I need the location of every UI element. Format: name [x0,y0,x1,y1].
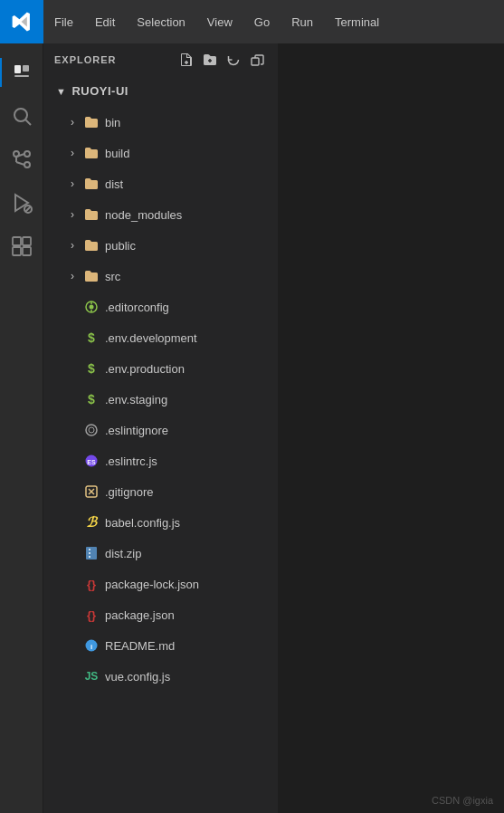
svg-line-9 [16,162,24,165]
pkg-icon: {} [83,607,100,623]
menu-selection[interactable]: Selection [126,0,195,43]
list-item[interactable]: › dist.zip [43,538,278,569]
vscode-logo [0,0,43,43]
svg-rect-16 [13,247,21,255]
item-name: src [105,270,120,283]
eslintrc-icon: ES [83,453,100,469]
list-item[interactable]: › src [43,261,278,292]
svg-point-3 [14,109,27,121]
item-name: .env.production [105,362,185,376]
folder-icon [83,145,100,161]
new-file-button[interactable] [176,50,196,70]
list-item[interactable]: › ℬ babel.config.js [43,507,278,538]
list-item[interactable]: › $ .env.staging [43,384,278,415]
root-folder-name: RUOYI-UI [71,84,128,98]
svg-rect-38 [89,556,90,558]
svg-marker-11 [15,195,28,211]
menu-file[interactable]: File [43,0,84,43]
list-item[interactable]: › public [43,230,278,261]
item-name: .eslintignore [105,424,168,437]
svg-rect-15 [23,237,31,245]
watermark: CSDN @igxia [432,795,493,806]
list-item[interactable]: › .gitignore [43,476,278,507]
chevron-right-icon: › [65,269,80,283]
explorer-header: EXPLORER [43,43,278,75]
tree-root: ▼ RUOYI-UI › bin › [43,75,278,692]
list-item[interactable]: › $ .env.development [43,322,278,353]
svg-text:i: i [90,643,92,651]
svg-rect-36 [89,549,90,550]
list-item[interactable]: › node_modules [43,199,278,230]
list-item[interactable]: › {} package-lock.json [43,569,278,599]
activity-extensions[interactable] [0,225,43,268]
item-name: .eslintrc.js [105,454,157,468]
item-name: dist [105,177,123,191]
menu-view[interactable]: View [196,0,243,43]
activity-run-debug[interactable] [0,181,43,225]
list-item[interactable]: › build [43,138,278,168]
item-name: babel.config.js [105,516,180,530]
svg-point-7 [24,151,30,157]
env-prod-icon: $ [83,360,100,377]
readme-icon: i [83,637,100,654]
eslintignore-icon [83,422,100,438]
list-item[interactable]: › .editorconfig [43,292,278,322]
babel-icon: ℬ [83,514,100,531]
folder-icon [83,114,100,130]
list-item[interactable]: › JS vue.config.js [43,661,278,692]
item-name: .gitignore [105,485,153,499]
activity-source-control[interactable] [0,138,43,181]
env-dev-icon: $ [83,330,100,346]
activity-bar [0,43,43,813]
list-item[interactable]: › dist [43,168,278,199]
svg-line-13 [25,206,31,212]
svg-point-27 [86,425,97,435]
item-name: dist.zip [105,547,141,560]
new-folder-button[interactable] [200,50,220,70]
chevron-right-icon: › [65,115,80,129]
svg-text:ES: ES [87,459,96,465]
sidebar: EXPLORER [43,43,279,813]
chevron-right-icon: › [65,238,80,253]
collapse-button[interactable] [247,50,267,70]
folder-icon [83,206,100,223]
list-item[interactable]: › {} package.json [43,599,278,630]
list-item[interactable]: › .eslintignore [43,415,278,445]
item-name: .editorconfig [105,301,169,314]
svg-rect-1 [14,75,29,77]
chevron-right-icon: › [65,177,80,191]
item-name: bin [105,116,120,129]
svg-line-4 [25,120,31,126]
item-name: node_modules [105,208,182,222]
root-folder-header[interactable]: ▼ RUOYI-UI [43,75,278,107]
editor-area: CSDN @igxia [279,43,504,813]
refresh-button[interactable] [223,50,243,70]
item-name: vue.config.js [105,670,170,684]
main-area: EXPLORER [0,43,504,813]
list-item[interactable]: › bin [43,107,278,138]
menu-terminal[interactable]: Terminal [324,0,390,43]
menu-bar: File Edit Selection View Go Run Terminal [43,0,504,43]
pkglock-icon: {} [83,576,100,592]
svg-point-28 [89,427,94,433]
file-tree: ▼ RUOYI-UI › bin › [43,75,278,813]
env-staging-icon: $ [83,391,100,407]
explorer-actions [176,50,267,70]
activity-explorer[interactable] [0,51,43,94]
list-item[interactable]: › ES .eslintrc.js [43,445,278,476]
list-item[interactable]: › $ .env.production [43,353,278,384]
svg-point-6 [24,162,30,167]
svg-line-10 [16,154,24,157]
menu-run[interactable]: Run [281,0,324,43]
svg-rect-17 [23,247,31,255]
chevron-right-icon: › [65,146,80,160]
vue-icon: JS [83,668,100,684]
menu-edit[interactable]: Edit [84,0,126,43]
activity-search[interactable] [0,94,43,138]
svg-rect-2 [23,65,29,72]
list-item[interactable]: › i README.md [43,630,278,661]
item-name: public [105,239,136,253]
explorer-title: EXPLORER [54,54,117,65]
item-name: .env.staging [105,393,167,406]
menu-go[interactable]: Go [243,0,281,43]
